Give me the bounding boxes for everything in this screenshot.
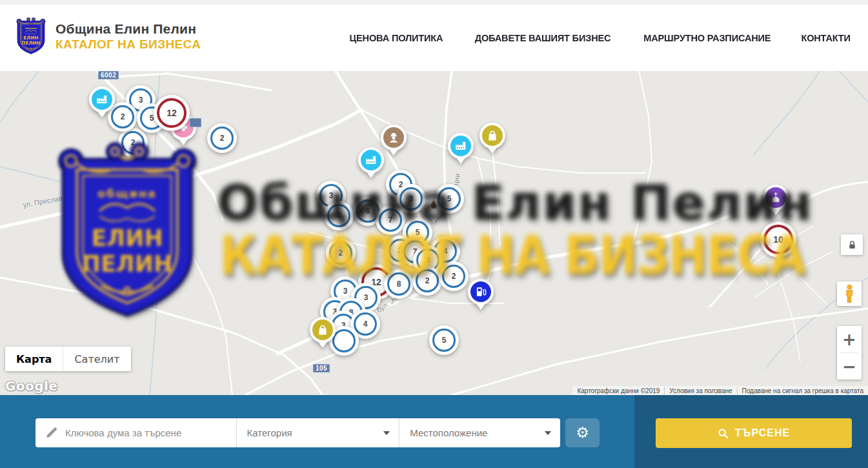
cluster-count: 4 (327, 204, 350, 227)
map-type-control: Карта Сателит (5, 347, 131, 371)
page: община ЕЛИН ПЕЛИН Община Елин Пелин КАТА… (0, 0, 868, 468)
magnifier-icon (718, 428, 729, 439)
zoom-in-button[interactable]: + (837, 326, 862, 352)
factory-pin[interactable] (448, 133, 474, 167)
cluster-count: 3 (399, 187, 423, 210)
cluster-count (332, 329, 356, 352)
report-error-link[interactable]: Подаване на сигнал за грешка в картата (737, 387, 868, 394)
worker-icon (381, 125, 407, 150)
shopping-bag-pin[interactable] (479, 123, 505, 156)
cluster-marker[interactable]: 2 (326, 238, 356, 268)
location-select-value: Местоположение (410, 427, 487, 438)
factory-icon (358, 147, 384, 173)
road-badge: 105 (313, 364, 330, 372)
cluster-marker[interactable]: 5 (429, 325, 459, 355)
map-copyright: Картографски данни ©2019 (572, 387, 664, 394)
google-logo[interactable]: Google (5, 378, 58, 394)
cluster-count: 2 (210, 127, 234, 150)
category-select[interactable]: Категория (236, 418, 399, 447)
zoom-control: + − (837, 326, 862, 380)
nav-add-your-business[interactable]: ДОБАВЕТЕ ВАШИЯТ БИЗНЕС (475, 32, 611, 44)
search-bar: Категория Местоположение ⚙ ТЪРСЕНЕ (0, 395, 868, 468)
zoom-out-button[interactable]: − (837, 353, 862, 380)
street-view-pegman-button[interactable] (837, 281, 862, 306)
cluster-marker[interactable]: 2 (412, 266, 442, 296)
cluster-marker[interactable]: 12 (154, 95, 190, 131)
caret-down-icon (383, 431, 390, 435)
road-badge: 6002 (98, 71, 119, 79)
keyword-field-wrap (35, 418, 236, 447)
shopping-bag-icon (310, 317, 336, 343)
search-button[interactable]: ТЪРСЕНЕ (656, 418, 852, 448)
cluster-count: 5 (432, 329, 456, 352)
site-subtitle: КАТАЛОГ НА БИЗНЕСА (56, 37, 201, 52)
keyword-search-input[interactable] (64, 427, 236, 439)
map-type-map-button[interactable]: Карта (5, 347, 63, 371)
road-badge (190, 118, 201, 127)
cluster-count: 5 (438, 187, 461, 210)
cluster-marker[interactable]: 2 (439, 261, 469, 291)
category-select-value: Категория (247, 427, 292, 438)
factory-icon (448, 133, 474, 159)
factory-pin[interactable] (358, 147, 384, 181)
map-attribution: Картографски данни ©2019 Условия за полз… (572, 386, 868, 395)
church-pin[interactable] (763, 185, 789, 218)
pegman-icon (843, 284, 856, 304)
search-button-label: ТЪРСЕНЕ (735, 427, 790, 439)
gear-icon: ⚙ (576, 424, 589, 442)
shopping-bag-pin[interactable] (310, 317, 336, 351)
shopping-bag-icon (479, 123, 505, 148)
cluster-marker[interactable]: 8 (384, 269, 414, 299)
nav-route-schedule[interactable]: МАРШРУТНО РАЗПИСАНИЕ (643, 32, 771, 44)
lock-icon (848, 240, 856, 250)
main-nav: ЦЕНОВА ПОЛИТИКА ДОБАВЕТЕ ВАШИЯТ БИЗНЕС М… (347, 5, 852, 71)
cluster-count: 2 (416, 269, 439, 292)
site-title: Община Елин Пелин (56, 21, 201, 37)
terms-link[interactable]: Условия за ползване (664, 387, 736, 394)
cluster-marker[interactable]: 5 (434, 184, 464, 214)
cluster-marker[interactable]: 2 (118, 128, 148, 158)
brand-logo[interactable]: Община Елин Пелин КАТАЛОГ НА БИЗНЕСА (15, 16, 201, 56)
search-box: Категория Местоположение (35, 418, 560, 447)
advanced-settings-button[interactable]: ⚙ (565, 418, 600, 447)
worker-pin[interactable] (381, 125, 407, 158)
church-icon (763, 185, 789, 210)
cluster-count: 2 (442, 265, 465, 288)
fuel-pump-icon (468, 279, 494, 305)
factory-pin[interactable] (89, 86, 115, 120)
fuel-pump-pin[interactable] (468, 279, 494, 312)
header: Община Елин Пелин КАТАЛОГ НА БИЗНЕСА ЦЕН… (0, 5, 868, 72)
cluster-count: 2 (329, 241, 352, 265)
municipality-crest-icon (15, 16, 46, 56)
pencil-icon (45, 427, 57, 439)
google-map[interactable]: 2325122235364752274812822333834510600210… (0, 71, 868, 395)
caret-down-icon (545, 431, 551, 435)
cluster-count: 2 (121, 131, 145, 154)
cluster-count: 4 (354, 312, 377, 336)
nav-contacts[interactable]: КОНТАКТИ (801, 32, 850, 44)
map-type-satellite-button[interactable]: Сателит (63, 347, 130, 371)
cluster-count: 10 (763, 225, 793, 254)
cluster-marker[interactable]: 4 (324, 201, 354, 230)
cluster-count: 12 (157, 98, 187, 128)
cluster-marker[interactable]: 2 (207, 123, 237, 153)
cluster-marker[interactable]: 10 (760, 221, 796, 258)
lock-button[interactable] (841, 234, 863, 255)
cluster-count: 7 (379, 209, 402, 232)
location-select[interactable]: Местоположение (399, 418, 560, 447)
factory-icon (89, 86, 115, 112)
cluster-marker[interactable]: 7 (376, 205, 405, 235)
cluster-count: 8 (387, 272, 410, 296)
nav-pricing-policy[interactable]: ЦЕНОВА ПОЛИТИКА (350, 32, 443, 44)
